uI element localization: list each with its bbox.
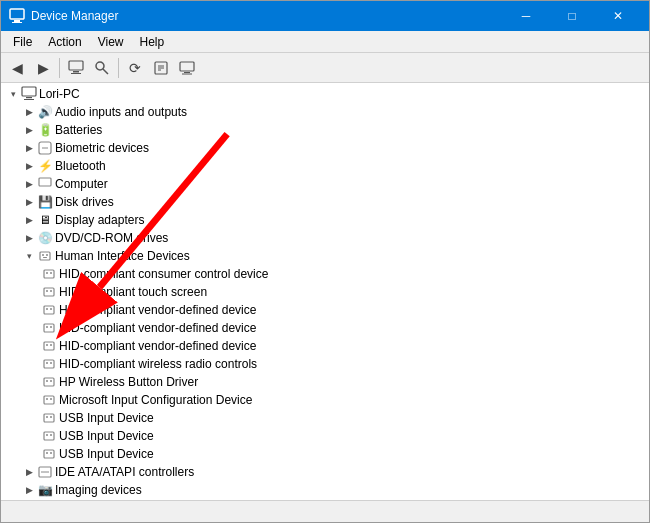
list-item[interactable]: USB Input Device [1, 409, 649, 427]
monitor-button[interactable] [175, 56, 199, 80]
close-button[interactable]: ✕ [595, 1, 641, 31]
computer-button[interactable] [64, 56, 88, 80]
svg-point-31 [46, 290, 48, 292]
expander[interactable]: ▶ [21, 122, 37, 138]
list-item[interactable]: HP Wireless Button Driver [1, 373, 649, 391]
root-expander[interactable]: ▾ [5, 86, 21, 102]
expander[interactable]: ▶ [21, 104, 37, 120]
svg-line-7 [103, 69, 108, 74]
item-label: Imaging devices [55, 483, 142, 497]
expander[interactable]: ▶ [21, 482, 37, 498]
item-label: IDE ATA/ATAPI controllers [55, 465, 194, 479]
item-label: Display adapters [55, 213, 144, 227]
svg-point-32 [50, 290, 52, 292]
svg-rect-18 [26, 97, 32, 98]
device-tree[interactable]: ▾ Lori-PC ▶ 🔊 Audio inputs and outputs [1, 83, 649, 500]
device-manager-window: Device Manager ─ □ ✕ File Action View He… [0, 0, 650, 523]
expander[interactable]: ▶ [21, 140, 37, 156]
toolbar-separator-2 [118, 58, 119, 78]
list-item[interactable]: ▶ IDE ATA/ATAPI controllers [1, 463, 649, 481]
expander[interactable]: ▶ [21, 464, 37, 480]
list-item[interactable]: ▶ 🖥 Display adapters [1, 211, 649, 229]
device-icon [37, 140, 53, 156]
svg-point-24 [42, 254, 44, 256]
main-content: ▾ Lori-PC ▶ 🔊 Audio inputs and outputs [1, 83, 649, 500]
list-item[interactable]: HID-compliant vendor-defined device [1, 319, 649, 337]
back-button[interactable]: ◀ [5, 56, 29, 80]
list-item[interactable]: HID-compliant vendor-defined device [1, 301, 649, 319]
svg-rect-23 [40, 252, 50, 260]
svg-rect-26 [43, 257, 47, 258]
menu-view[interactable]: View [90, 33, 132, 51]
svg-rect-19 [24, 99, 34, 100]
list-item[interactable]: ▶ 🔋 Batteries [1, 121, 649, 139]
search-button[interactable] [90, 56, 114, 80]
maximize-button[interactable]: □ [549, 1, 595, 31]
expander[interactable]: ▶ [21, 176, 37, 192]
list-item[interactable]: HID-compliant vendor-defined device [1, 337, 649, 355]
item-label: DVD/CD-ROM drives [55, 231, 168, 245]
svg-rect-14 [182, 73, 192, 74]
svg-point-34 [46, 308, 48, 310]
human-interface-devices-item[interactable]: ▾ Human Interface Devices [1, 247, 649, 265]
item-label: HID-compliant touch screen [59, 285, 207, 299]
svg-rect-54 [44, 432, 54, 440]
svg-point-53 [50, 416, 52, 418]
svg-point-52 [46, 416, 48, 418]
list-item[interactable]: HID-compliant touch screen [1, 283, 649, 301]
expander[interactable]: ▶ [21, 230, 37, 246]
list-item[interactable]: ▶ 🔊 Audio inputs and outputs [1, 103, 649, 121]
usb-input-device-1-label: USB Input Device [59, 411, 154, 425]
camera-icon: 📷 [37, 482, 53, 498]
menu-help[interactable]: Help [132, 33, 173, 51]
hp-wireless-button-driver-label: HP Wireless Button Driver [59, 375, 198, 389]
list-item[interactable]: USB Input Device [1, 427, 649, 445]
item-label: HID-compliant consumer control device [59, 267, 268, 281]
item-label: Audio inputs and outputs [55, 105, 187, 119]
usb-input-device-3-label: USB Input Device [59, 447, 154, 461]
device-icon: 💾 [37, 194, 53, 210]
svg-point-41 [50, 344, 52, 346]
svg-point-37 [46, 326, 48, 328]
forward-button[interactable]: ▶ [31, 56, 55, 80]
hid-device-icon [41, 428, 57, 444]
expander[interactable]: ▶ [21, 212, 37, 228]
item-label: HID-compliant wireless radio controls [59, 357, 257, 371]
hid-device-icon [41, 410, 57, 426]
svg-point-38 [50, 326, 52, 328]
bluetooth-icon: ⚡ [37, 158, 53, 174]
item-label: Microsoft Input Configuration Device [59, 393, 252, 407]
list-item[interactable]: ▶ 💿 DVD/CD-ROM drives [1, 229, 649, 247]
svg-rect-51 [44, 414, 54, 422]
svg-point-59 [50, 452, 52, 454]
expander[interactable]: ▶ [21, 158, 37, 174]
item-label: Computer [55, 177, 108, 191]
list-item[interactable]: ▶ 📷 Imaging devices [1, 481, 649, 499]
menu-action[interactable]: Action [40, 33, 89, 51]
svg-point-29 [50, 272, 52, 274]
svg-point-55 [46, 434, 48, 436]
refresh-button[interactable]: ⟳ [123, 56, 147, 80]
list-item[interactable]: HID-compliant wireless radio controls [1, 355, 649, 373]
menu-file[interactable]: File [5, 33, 40, 51]
list-item[interactable]: USB Input Device [1, 445, 649, 463]
list-item[interactable]: ▶ Biometric devices [1, 139, 649, 157]
list-item[interactable]: Microsoft Input Configuration Device [1, 391, 649, 409]
svg-rect-17 [22, 87, 36, 96]
expander[interactable]: ▶ [21, 194, 37, 210]
hid-expander[interactable]: ▾ [21, 248, 37, 264]
toolbar: ◀ ▶ ⟳ [1, 53, 649, 83]
list-item[interactable]: ▶ ⚡ Bluetooth [1, 157, 649, 175]
tree-root[interactable]: ▾ Lori-PC [1, 85, 649, 103]
svg-rect-4 [73, 71, 79, 73]
properties-button[interactable] [149, 56, 173, 80]
list-item[interactable]: ▶ Computer [1, 175, 649, 193]
hid-device-icon [41, 392, 57, 408]
svg-rect-5 [71, 73, 81, 74]
hid-device-icon [41, 356, 57, 372]
hid-device-icon [41, 302, 57, 318]
minimize-button[interactable]: ─ [503, 1, 549, 31]
item-label: Batteries [55, 123, 102, 137]
list-item[interactable]: ▶ 💾 Disk drives [1, 193, 649, 211]
list-item[interactable]: HID-compliant consumer control device [1, 265, 649, 283]
